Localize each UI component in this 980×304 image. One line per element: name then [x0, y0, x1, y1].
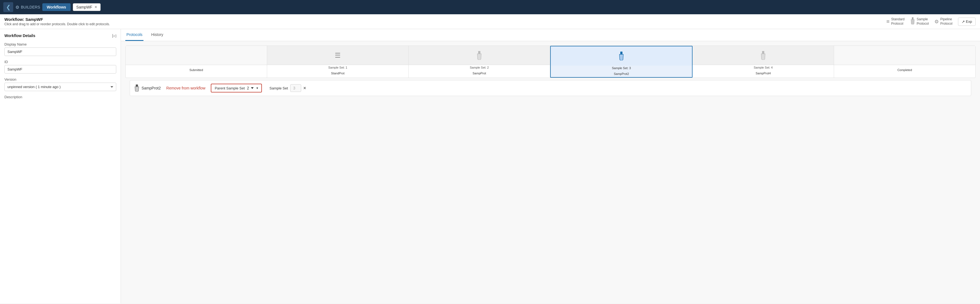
id-input[interactable] — [5, 65, 116, 74]
step-icon-sampprot4 — [692, 46, 834, 65]
top-nav: ❮ ⚙ BUILDERS Workflows SampWF × — [0, 0, 980, 14]
export-label: Exp — [966, 19, 972, 24]
list-icon: ☰ — [335, 52, 341, 59]
export-icon: ↗ — [962, 19, 965, 24]
id-group: ID — [5, 60, 116, 74]
parent-chevron-icon: ▾ — [256, 86, 258, 90]
display-name-group: Display Name — [5, 42, 116, 56]
step-icon-sampprot2 — [551, 46, 692, 66]
standard-protocol-type: ≡ StandardProtocol — [886, 17, 904, 26]
tube-icon-sampprot4 — [760, 51, 766, 60]
steps-grid: Submitted ☰ Sample Set: 1 StandProt — [125, 46, 975, 78]
back-button[interactable]: ❮ — [3, 2, 13, 12]
step-name-sampprot: SampProt — [409, 70, 550, 76]
step-set-standprot: Sample Set: 1 — [267, 65, 408, 70]
nav-tab-close-button[interactable]: × — [94, 5, 97, 10]
protocol-editor-row: SampProt2 Remove from workflow Parent Sa… — [130, 80, 971, 96]
tab-history[interactable]: History — [150, 29, 164, 41]
svg-rect-0 — [912, 17, 913, 19]
protocol-types: ≡ StandardProtocol SampleProtocol ⚙ Pipe… — [886, 17, 952, 26]
tube-icon-sampprot2 — [618, 52, 624, 60]
step-submitted: Submitted — [126, 46, 267, 78]
tab-protocols[interactable]: Protocols — [125, 29, 143, 41]
sample-set-box: Sample Set 3 × — [270, 84, 306, 92]
content-area: Protocols History Submitted — [121, 29, 980, 304]
export-button[interactable]: ↗ Exp — [958, 17, 975, 26]
sample-protocol-type: SampleProtocol — [910, 17, 929, 26]
nav-tab-sampwf: SampWF × — [73, 3, 101, 11]
step-name-standprot: StandProt — [267, 70, 408, 76]
protocol-steps-area: Submitted ☰ Sample Set: 1 StandProt — [121, 41, 980, 304]
step-set-sampprot4: Sample Set: 4 — [692, 65, 834, 70]
description-group: Description — [5, 95, 116, 99]
workflows-button[interactable]: Workflows — [42, 3, 71, 11]
step-set-sampprot: Sample Set: 2 — [409, 65, 550, 70]
workflow-subtitle: Click and drag to add or reorder protoco… — [5, 22, 110, 26]
step-completed: Completed — [834, 46, 975, 78]
builders-nav: ⚙ BUILDERS — [15, 5, 40, 10]
svg-rect-4 — [136, 84, 138, 87]
parent-sample-set-select[interactable]: 2 — [247, 86, 254, 90]
pipeline-protocol-label: PipelineProtocol — [940, 17, 953, 26]
svg-rect-1 — [478, 51, 480, 54]
version-label: Version — [5, 78, 116, 81]
sidebar: Workflow Details |◁ Display Name ID Vers… — [0, 29, 121, 304]
pipeline-protocol-icon: ⚙ — [934, 19, 939, 25]
svg-rect-2 — [620, 52, 622, 54]
step-sampprot[interactable]: Sample Set: 2 SampProt — [409, 46, 550, 78]
svg-rect-3 — [762, 51, 764, 54]
workflow-title: Workflow: SampWF — [5, 17, 110, 22]
standard-protocol-icon: ≡ — [886, 18, 889, 25]
sidebar-title: Workflow Details — [5, 33, 35, 38]
remove-from-workflow-button[interactable]: Remove from workflow — [166, 86, 205, 90]
step-icon-completed — [834, 46, 975, 65]
step-name-sampprot4: SampProt4 — [692, 70, 834, 76]
step-name-completed: Completed — [834, 66, 975, 73]
parent-sample-set-label: Parent Sample Set — [215, 86, 245, 90]
step-name-submitted: Submitted — [126, 66, 267, 73]
sidebar-collapse-button[interactable]: |◁ — [112, 33, 116, 38]
pipeline-protocol-type: ⚙ PipelineProtocol — [934, 17, 953, 26]
version-select[interactable]: unpinned version ( 1 minute ago ) — [5, 82, 116, 91]
description-label: Description — [5, 95, 116, 99]
sample-protocol-icon — [910, 17, 915, 26]
standard-protocol-label: StandardProtocol — [891, 17, 905, 26]
display-name-label: Display Name — [5, 42, 116, 46]
sample-set-value: 3 — [290, 84, 301, 92]
step-name-sampprot2: SampProt2 — [551, 71, 692, 77]
id-label: ID — [5, 60, 116, 64]
collapse-icon: |◁ — [112, 33, 116, 38]
editor-tube-icon — [134, 84, 139, 92]
sample-set-label: Sample Set — [270, 86, 288, 90]
display-name-input[interactable] — [5, 48, 116, 56]
header-left: Workflow: SampWF Click and drag to add o… — [5, 17, 110, 26]
sample-protocol-label: SampleProtocol — [917, 17, 929, 26]
sample-set-close-button[interactable]: × — [304, 86, 306, 91]
header-right: ≡ StandardProtocol SampleProtocol ⚙ Pipe… — [886, 17, 975, 26]
header-row: Workflow: SampWF Click and drag to add o… — [0, 14, 980, 29]
step-set-sampprot2: Sample Set: 3 — [551, 66, 692, 71]
protocol-editor-name: SampProt2 — [142, 86, 161, 90]
tube-icon-sampprot — [476, 51, 482, 60]
step-icon-sampprot — [409, 46, 550, 65]
step-sampprot4[interactable]: Sample Set: 4 SampProt4 — [692, 46, 834, 78]
main-layout: Workflow Details |◁ Display Name ID Vers… — [0, 29, 980, 304]
parent-sample-set-box: Parent Sample Set 2 ▾ — [211, 84, 262, 92]
tabs-row: Protocols History — [121, 29, 980, 41]
protocol-editor-title: SampProt2 — [134, 84, 161, 92]
step-icon-submitted — [126, 46, 267, 65]
version-group: Version unpinned version ( 1 minute ago … — [5, 78, 116, 91]
step-sampprot2[interactable]: Sample Set: 3 SampProt2 — [550, 46, 692, 78]
builders-label: BUILDERS — [21, 5, 40, 10]
sidebar-header: Workflow Details |◁ — [5, 33, 116, 38]
builders-icon: ⚙ — [15, 5, 19, 10]
step-icon-standprot: ☰ — [267, 46, 408, 65]
nav-tab-name: SampWF — [76, 5, 92, 10]
step-standprot[interactable]: ☰ Sample Set: 1 StandProt — [267, 46, 409, 78]
